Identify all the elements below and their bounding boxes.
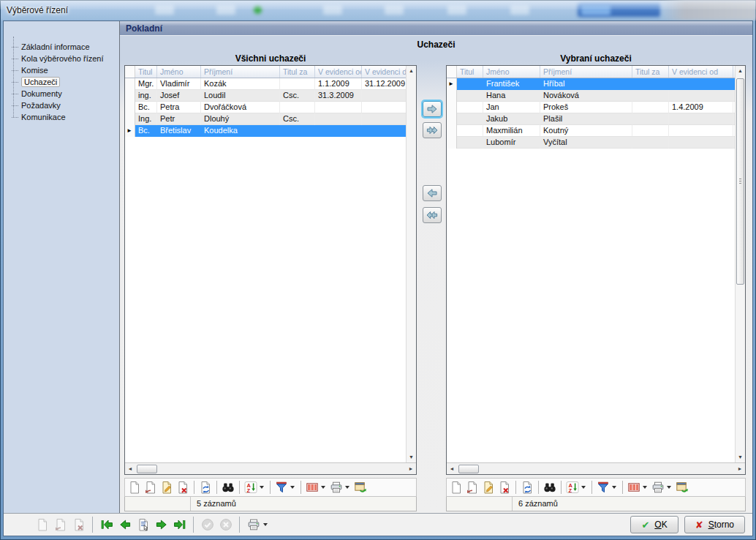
export-icon[interactable]	[674, 479, 690, 495]
table-row[interactable]: JanProkeš1.4.2009	[447, 102, 735, 113]
scrollbar-thumb[interactable]	[137, 465, 157, 473]
new-record-icon[interactable]	[448, 479, 464, 495]
nav-next-icon[interactable]	[152, 516, 170, 533]
table-row[interactable]: Ing.PetrDlouhýCsc.	[125, 113, 406, 125]
delete-record-icon[interactable]	[496, 479, 513, 495]
chevron-down-icon[interactable]	[643, 486, 647, 489]
column-header[interactable]: Titul za	[280, 66, 315, 78]
sort-az-icon[interactable]: AZ	[564, 479, 581, 495]
table-row[interactable]: LubomírVyčítal	[447, 137, 735, 149]
sidebar-item-dokumenty[interactable]: Dokumenty	[12, 88, 119, 100]
move-all-right-button[interactable]	[423, 122, 442, 138]
table-row[interactable]: FrantišekHříbal	[447, 78, 735, 90]
copy-record-icon[interactable]	[143, 479, 159, 495]
refresh-icon[interactable]	[519, 479, 535, 495]
column-header[interactable]: Příjmení	[201, 66, 280, 78]
scroll-up-icon[interactable]	[736, 66, 745, 76]
storno-x-icon	[695, 520, 703, 530]
row-indicator-gutter	[447, 137, 457, 149]
table-cell	[457, 78, 483, 90]
search-binoculars-icon[interactable]	[542, 479, 558, 495]
chevron-down-icon[interactable]	[290, 486, 295, 489]
move-left-button[interactable]	[423, 185, 442, 201]
print-icon[interactable]	[244, 516, 262, 533]
sidebar-item-komise[interactable]: Komise	[12, 64, 119, 76]
print-icon[interactable]	[328, 479, 344, 495]
move-all-left-button[interactable]	[423, 207, 442, 223]
table-row[interactable]: Mgr.VladimírKozák1.1.200931.12.2009	[125, 78, 406, 90]
chevron-down-icon[interactable]	[612, 486, 616, 489]
chevron-down-icon[interactable]	[667, 486, 671, 489]
scroll-down-icon[interactable]	[407, 452, 416, 462]
titlebar[interactable]: Výběrové řízení	[0, 0, 756, 20]
chevron-down-icon[interactable]	[321, 486, 325, 489]
table-cell	[669, 125, 733, 137]
vertical-scrollbar[interactable]	[735, 66, 745, 462]
print-icon[interactable]	[650, 479, 666, 495]
search-binoculars-icon[interactable]	[220, 479, 236, 495]
column-header[interactable]: Titul za	[632, 66, 669, 78]
titlebar-glass-decoration	[216, 5, 235, 15]
sidebar-item-zakladni-informace[interactable]: Základní informace	[12, 41, 119, 53]
edit-record-icon[interactable]	[480, 479, 496, 495]
columns-icon[interactable]	[304, 479, 320, 495]
toolbar-separator	[270, 481, 271, 494]
column-header[interactable]: Příjmení	[540, 66, 632, 78]
column-header[interactable]: Jméno	[483, 66, 540, 78]
nav-first-icon[interactable]	[97, 516, 116, 533]
table-row[interactable]: Bc.BřetislavKoudelka	[125, 125, 406, 137]
nav-last-icon[interactable]	[170, 516, 189, 533]
scrollbar-thumb[interactable]	[458, 465, 479, 473]
chevron-down-icon[interactable]	[260, 486, 264, 489]
columns-icon[interactable]	[626, 479, 642, 495]
sidebar-item-uchazeci[interactable]: Uchazeči	[12, 76, 119, 88]
scroll-right-icon[interactable]	[735, 466, 745, 471]
column-header[interactable]: Jméno	[157, 66, 201, 78]
filter-icon[interactable]	[273, 479, 290, 495]
column-header[interactable]: V evidenci od	[315, 66, 362, 78]
scroll-right-icon[interactable]	[406, 466, 416, 471]
move-right-button[interactable]	[423, 101, 442, 117]
delete-record-icon[interactable]	[175, 479, 191, 495]
scroll-left-icon[interactable]	[447, 466, 457, 471]
refresh-icon[interactable]	[197, 479, 213, 495]
column-header[interactable]: V evidenci od	[669, 66, 733, 78]
scroll-up-icon[interactable]	[407, 66, 416, 76]
table-cell: Bc.	[135, 125, 157, 137]
nav-prev-icon[interactable]	[116, 516, 134, 533]
table-row[interactable]: MaxmiliánKoutný	[447, 125, 735, 137]
column-header[interactable]: Titul	[457, 66, 483, 78]
chevron-down-icon[interactable]	[263, 523, 268, 526]
record-list-icon[interactable]	[134, 516, 152, 533]
row-indicator-gutter	[125, 66, 135, 78]
export-icon[interactable]	[352, 479, 368, 495]
sidebar-item-pozadavky[interactable]: Požadavky	[12, 100, 119, 111]
new-record-icon[interactable]	[126, 479, 143, 495]
table-cell: Ing.	[135, 113, 157, 125]
vertical-scrollbar[interactable]	[406, 66, 416, 462]
table-row[interactable]: ing.JosefLoudilCsc.31.3.2009	[125, 90, 406, 102]
storno-button[interactable]: Storno	[684, 516, 745, 533]
titlebar-glass-decoration	[323, 5, 342, 15]
table-row[interactable]: Bc.PetraDvořáčková	[125, 102, 406, 113]
chevron-down-icon[interactable]	[581, 486, 586, 489]
table-cell	[362, 102, 407, 113]
scrollbar-thumb[interactable]	[736, 78, 744, 285]
scroll-left-icon[interactable]	[125, 466, 135, 471]
sidebar-item-kola-vyberoveho-rizeni[interactable]: Kola výběrového řízení	[12, 53, 119, 64]
edit-record-icon[interactable]	[159, 479, 175, 495]
column-header[interactable]: V evidenci do	[362, 66, 407, 78]
copy-record-icon[interactable]	[464, 479, 480, 495]
ok-button[interactable]: OK	[630, 516, 678, 533]
table-row[interactable]: HanaNováková	[447, 90, 735, 102]
horizontal-scrollbar[interactable]	[447, 462, 745, 474]
scroll-down-icon[interactable]	[736, 452, 745, 462]
chevron-down-icon[interactable]	[345, 486, 349, 489]
sidebar-item-komunikace[interactable]: Komunikace	[12, 111, 119, 123]
table-row[interactable]: JakubPlašil	[447, 113, 735, 125]
sort-az-icon[interactable]: AZ	[243, 479, 259, 495]
filter-icon[interactable]	[595, 479, 611, 495]
column-header[interactable]: Titul	[135, 66, 157, 78]
horizontal-scrollbar[interactable]	[125, 462, 416, 474]
toolbar-separator	[92, 517, 93, 533]
